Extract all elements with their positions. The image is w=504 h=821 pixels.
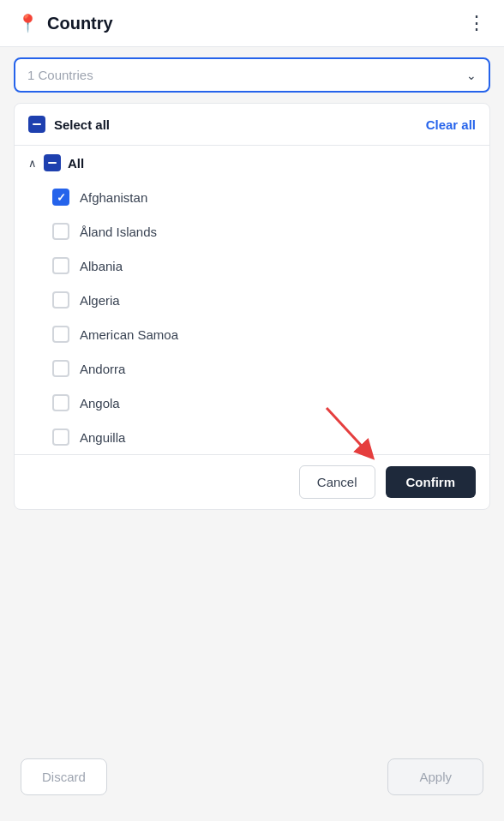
page-container: 📍 Country ⋮ 1 Countries ⌄ Select all Cle… xyxy=(0,0,504,821)
country-name: Andorra xyxy=(80,362,125,376)
group-header-all[interactable]: ∧ All xyxy=(15,146,489,180)
checkbox-empty-icon xyxy=(52,291,69,309)
checkbox-empty-icon xyxy=(52,394,69,411)
header: 📍 Country ⋮ xyxy=(0,0,504,47)
group-all-checkbox[interactable] xyxy=(44,154,61,171)
list-item[interactable]: Afghanistan xyxy=(15,180,489,214)
country-name: Anguilla xyxy=(80,430,125,445)
country-name: Albania xyxy=(80,259,123,273)
more-options-icon[interactable]: ⋮ xyxy=(467,12,487,34)
checkbox-checked-icon xyxy=(52,189,69,206)
list-item[interactable]: American Samoa xyxy=(15,317,489,351)
chevron-up-icon: ∧ xyxy=(28,157,37,170)
header-left: 📍 Country xyxy=(17,13,113,33)
country-list: ∧ All Afghanistan Åland Islands Albania xyxy=(15,146,489,454)
checkbox-empty-icon xyxy=(52,326,69,343)
page-title: Country xyxy=(47,14,113,33)
group-label: All xyxy=(68,156,84,171)
list-item[interactable]: Angola xyxy=(15,386,489,420)
apply-button[interactable]: Apply xyxy=(387,758,483,795)
list-item[interactable]: Andorra xyxy=(15,351,489,386)
checkbox-empty-icon xyxy=(52,360,69,377)
select-all-left: Select all xyxy=(28,116,110,133)
country-name: Åland Islands xyxy=(80,225,157,239)
select-all-row: Select all Clear all xyxy=(15,104,489,146)
checkbox-empty-icon xyxy=(52,257,69,274)
list-item[interactable]: Åland Islands xyxy=(15,214,489,249)
country-name: Algeria xyxy=(80,293,120,308)
discard-button[interactable]: Discard xyxy=(21,758,107,795)
confirm-button[interactable]: Confirm xyxy=(386,466,477,498)
country-name: Angola xyxy=(80,396,120,410)
list-item[interactable]: Anguilla xyxy=(15,420,489,454)
chevron-down-icon: ⌄ xyxy=(466,69,477,82)
country-name: American Samoa xyxy=(80,327,178,342)
select-all-label: Select all xyxy=(54,117,110,132)
dropdown-panel: Select all Clear all ∧ All Afghanistan Å… xyxy=(14,103,490,510)
dropdown-value: 1 Countries xyxy=(27,68,93,82)
cancel-button[interactable]: Cancel xyxy=(299,465,375,499)
clear-all-button[interactable]: Clear all xyxy=(426,117,476,132)
country-dropdown[interactable]: 1 Countries ⌄ xyxy=(14,57,490,93)
dropdown-footer: Cancel Confirm xyxy=(15,454,489,509)
list-item[interactable]: Albania xyxy=(15,249,489,283)
checkbox-empty-icon xyxy=(52,428,69,446)
list-item[interactable]: Algeria xyxy=(15,283,489,317)
bottom-actions: Discard Apply xyxy=(0,741,504,821)
select-all-checkbox[interactable] xyxy=(28,116,45,133)
country-name: Afghanistan xyxy=(80,190,147,205)
location-icon: 📍 xyxy=(17,13,39,33)
checkbox-empty-icon xyxy=(52,223,69,240)
